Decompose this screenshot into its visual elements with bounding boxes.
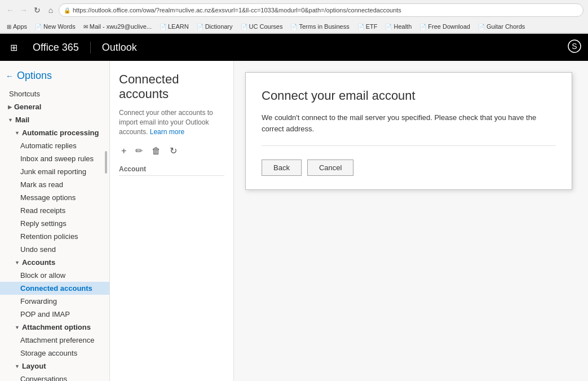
sidebar-section-layout[interactable]: ▼ Layout: [0, 360, 109, 373]
sidebar-auto-processing-label: Automatic processing: [22, 129, 99, 137]
sidebar-item-junk-email[interactable]: Junk email reporting: [0, 165, 109, 178]
learn-more-link[interactable]: Learn more: [150, 128, 184, 136]
sidebar-item-connected-accounts[interactable]: Connected accounts: [0, 282, 109, 295]
sidebar-item-forwarding[interactable]: Forwarding: [0, 295, 109, 308]
bookmark-health-label: Health: [394, 23, 412, 30]
bookmark-new-words[interactable]: 📄 New Words: [32, 22, 79, 31]
bookmark-terms-label: Terms in Business: [299, 23, 349, 30]
app-bar: ⊞ Office 365 Outlook S: [0, 34, 588, 61]
terms-icon: 📄: [290, 24, 297, 30]
lock-icon: 🔒: [64, 7, 70, 14]
sidebar-general-label: General: [14, 103, 41, 111]
account-column-header: Account: [119, 163, 224, 176]
bookmark-apps[interactable]: ⊞ Apps: [3, 22, 30, 31]
panel-description: Connect your other accounts to import em…: [119, 108, 224, 136]
sidebar-section-attachment-options[interactable]: ▼ Attachment options: [0, 321, 109, 334]
add-account-button[interactable]: +: [119, 145, 129, 157]
bookmark-new-words-label: New Words: [43, 23, 76, 30]
health-icon: 📄: [385, 24, 392, 30]
sidebar-item-block-allow[interactable]: Block or allow: [0, 269, 109, 282]
svg-text:S: S: [572, 42, 577, 51]
connected-accounts-panel: Connected accounts Connect your other ac…: [110, 61, 234, 381]
apps-bookmark-icon: ⊞: [7, 24, 11, 30]
general-triangle: ▶: [8, 104, 12, 110]
sidebar-section-accounts[interactable]: ▼ Accounts: [0, 256, 109, 269]
panel-toolbar: + ✏ 🗑 ↻: [119, 144, 224, 157]
bookmark-uc-courses[interactable]: 📄 UC Courses: [237, 22, 286, 31]
dialog-buttons: Back Cancel: [262, 160, 556, 176]
accounts-triangle: ▼: [15, 260, 20, 265]
uc-courses-icon: 📄: [241, 24, 247, 30]
bookmark-learn[interactable]: 📄 LEARN: [156, 22, 192, 31]
grid-icon: ⊞: [10, 42, 17, 53]
back-button[interactable]: Back: [262, 160, 302, 176]
sidebar-item-reply-settings[interactable]: Reply settings: [0, 217, 109, 230]
forward-button[interactable]: →: [18, 5, 29, 16]
bookmark-free-download[interactable]: 📄 Free Download: [416, 22, 474, 31]
mail-triangle: ▼: [8, 117, 13, 123]
sidebar-section-general[interactable]: ▶ General: [0, 100, 109, 113]
free-download-icon: 📄: [419, 24, 426, 30]
auto-processing-triangle: ▼: [15, 130, 20, 136]
dialog-overlay: Connect your email account We couldn't c…: [234, 61, 588, 381]
bookmark-learn-label: LEARN: [168, 23, 189, 30]
app-bar-app: Outlook: [91, 42, 148, 54]
options-header[interactable]: ← Options: [0, 67, 109, 87]
scroll-indicator: [105, 151, 107, 174]
url-text: https://outlook.office.com/owa/?realm=uc…: [73, 7, 401, 14]
mail-bookmark-icon: ✉: [83, 24, 88, 30]
sidebar-item-conversations[interactable]: Conversations: [0, 373, 109, 381]
sidebar-item-undo-send[interactable]: Undo send: [0, 243, 109, 256]
back-button[interactable]: ←: [5, 5, 16, 16]
panel-title: Connected accounts: [119, 72, 224, 101]
bookmark-etf-label: ETF: [366, 23, 378, 30]
sidebar-item-shortcuts[interactable]: Shortcuts: [0, 87, 109, 100]
bookmark-free-download-label: Free Download: [428, 23, 470, 30]
bookmark-terms[interactable]: 📄 Terms in Business: [287, 22, 352, 31]
edit-account-button[interactable]: ✏: [133, 144, 145, 157]
bookmark-guitar-chords[interactable]: 📄 Guitar Chords: [475, 22, 528, 31]
sidebar-item-retention-policies[interactable]: Retention policies: [0, 230, 109, 243]
sidebar-item-storage-accounts[interactable]: Storage accounts: [0, 347, 109, 360]
bookmark-uc-courses-label: UC Courses: [249, 23, 283, 30]
sidebar-item-message-options[interactable]: Message options: [0, 191, 109, 204]
sidebar-layout-label: Layout: [22, 362, 46, 370]
address-bar[interactable]: 🔒 https://outlook.office.com/owa/?realm=…: [59, 3, 583, 17]
browser-nav: ← → ↻ ⌂ 🔒 https://outlook.office.com/owa…: [0, 0, 588, 20]
browser-chrome: ← → ↻ ⌂ 🔒 https://outlook.office.com/owa…: [0, 0, 588, 34]
bookmark-etf[interactable]: 📄 ETF: [354, 22, 381, 31]
options-title: Options: [17, 70, 52, 82]
connect-email-dialog: Connect your email account We couldn't c…: [245, 72, 572, 190]
bookmark-mail-label: Mail - xwu29@uclive...: [90, 23, 152, 30]
bookmark-dictionary[interactable]: 📄 Dictionary: [193, 22, 236, 31]
main-layout: ← Options Shortcuts ▶ General ▼ Mail ▼ A…: [0, 61, 588, 381]
sidebar-accounts-label: Accounts: [22, 258, 55, 267]
refresh-button[interactable]: ↻: [32, 5, 43, 16]
bookmark-health[interactable]: 📄 Health: [382, 22, 415, 31]
content-area: Connected accounts Connect your other ac…: [110, 61, 588, 381]
sidebar-item-pop-imap[interactable]: POP and IMAP: [0, 308, 109, 321]
home-button[interactable]: ⌂: [45, 5, 56, 16]
attachment-options-triangle: ▼: [15, 325, 20, 330]
sidebar-item-inbox-sweep[interactable]: Inbox and sweep rules: [0, 152, 109, 165]
sidebar-item-read-receipts[interactable]: Read receipts: [0, 204, 109, 217]
bookmark-guitar-chords-label: Guitar Chords: [487, 23, 525, 30]
sidebar-item-attachment-preference[interactable]: Attachment preference: [0, 334, 109, 347]
sidebar-attachment-options-label: Attachment options: [22, 323, 91, 331]
cancel-button[interactable]: Cancel: [307, 160, 353, 176]
bookmark-mail[interactable]: ✉ Mail - xwu29@uclive...: [80, 22, 155, 31]
etf-icon: 📄: [357, 24, 364, 30]
sidebar-item-auto-replies[interactable]: Automatic replies: [0, 139, 109, 152]
dialog-message: We couldn't connect to the mail server y…: [262, 112, 556, 146]
skype-icon[interactable]: S: [568, 39, 588, 56]
delete-account-button[interactable]: 🗑: [149, 145, 163, 157]
dictionary-icon: 📄: [197, 24, 204, 30]
app-bar-product: Office 365: [27, 42, 91, 54]
sidebar-section-mail[interactable]: ▼ Mail: [0, 113, 109, 126]
sidebar-section-auto-processing[interactable]: ▼ Automatic processing: [0, 126, 109, 139]
refresh-accounts-button[interactable]: ↻: [167, 144, 179, 157]
guitar-chords-icon: 📄: [478, 24, 485, 30]
bookmarks-bar: ⊞ Apps 📄 New Words ✉ Mail - xwu29@uclive…: [0, 20, 588, 33]
sidebar-item-mark-as-read[interactable]: Mark as read: [0, 178, 109, 191]
app-grid-button[interactable]: ⊞: [0, 34, 27, 61]
